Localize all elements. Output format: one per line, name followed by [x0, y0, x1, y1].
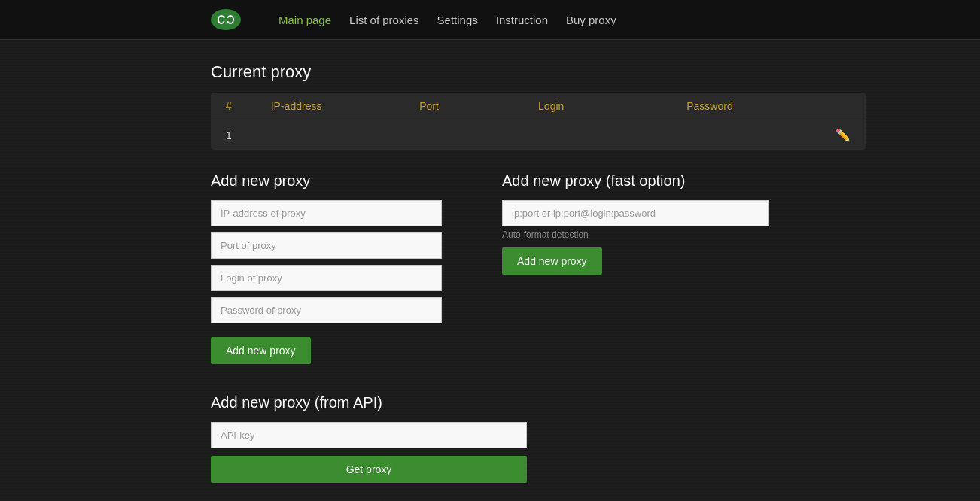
row-login — [523, 120, 671, 150]
auto-format-hint: Auto-format detection — [502, 229, 769, 240]
add-proxy-title: Add new proxy — [211, 172, 442, 190]
logo-icon — [211, 9, 241, 30]
get-proxy-button[interactable]: Get proxy — [211, 456, 527, 483]
row-ip — [256, 120, 405, 150]
add-proxy-api-title: Add new proxy (from API) — [211, 394, 527, 411]
nav-instruction[interactable]: Instruction — [496, 14, 548, 26]
col-header-actions — [820, 93, 866, 120]
add-proxy-manual: Add new proxy Add new proxy — [211, 172, 442, 364]
col-header-ip: IP-address — [256, 93, 405, 120]
login-input[interactable] — [211, 265, 442, 291]
nav-list-of-proxies[interactable]: List of proxies — [349, 14, 419, 26]
proxy-table: # IP-address Port Login Password 1 ✏️ — [211, 93, 866, 150]
add-proxy-api: Add new proxy (from API) Get proxy — [211, 394, 527, 483]
edit-icon[interactable]: ✏️ — [835, 129, 851, 141]
current-proxy-title: Current proxy — [211, 62, 769, 82]
table-row: 1 ✏️ — [211, 120, 866, 150]
add-proxy-fast-title: Add new proxy (fast option) — [502, 172, 769, 190]
row-password — [671, 120, 820, 150]
password-input[interactable] — [211, 297, 442, 323]
add-new-proxy-button[interactable]: Add new proxy — [211, 337, 311, 364]
main-content: Current proxy # IP-address Port Login Pa… — [0, 40, 980, 501]
add-proxy-fast: Add new proxy (fast option) Auto-format … — [502, 172, 769, 364]
add-new-proxy-fast-button[interactable]: Add new proxy — [502, 247, 602, 275]
api-key-input[interactable] — [211, 422, 527, 448]
row-edit-cell: ✏️ — [820, 120, 866, 150]
col-header-password: Password — [671, 93, 820, 120]
current-proxy-section: Current proxy # IP-address Port Login Pa… — [211, 62, 769, 150]
row-id: 1 — [211, 120, 256, 150]
table-header-row: # IP-address Port Login Password — [211, 93, 866, 120]
nav-settings[interactable]: Settings — [437, 14, 478, 26]
nav-main-page[interactable]: Main page — [278, 14, 331, 26]
navbar: Main page List of proxies Settings Instr… — [0, 0, 980, 40]
col-header-port: Port — [404, 93, 523, 120]
port-input[interactable] — [211, 232, 442, 259]
ip-address-input[interactable] — [211, 200, 442, 226]
col-header-login: Login — [523, 93, 671, 120]
logo — [211, 9, 248, 30]
add-proxy-section: Add new proxy Add new proxy Add new prox… — [211, 172, 769, 364]
nav-buy-proxy[interactable]: Buy proxy — [566, 14, 616, 26]
row-port — [404, 120, 523, 150]
nav-links: Main page List of proxies Settings Instr… — [278, 14, 616, 26]
svg-rect-5 — [219, 18, 233, 21]
fast-proxy-input[interactable] — [502, 200, 769, 226]
col-header-number: # — [211, 93, 256, 120]
